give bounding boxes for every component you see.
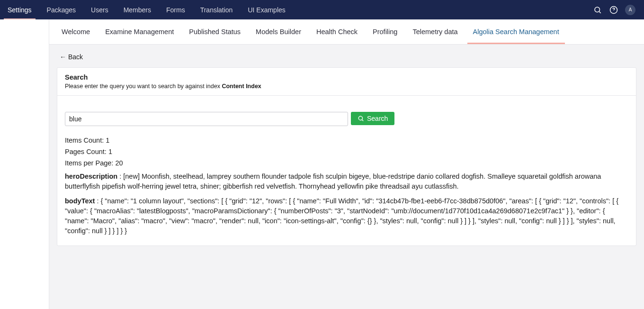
- tab-health-check[interactable]: Health Check: [309, 19, 365, 44]
- content-area: ← Back Search Please enter the query you…: [49, 45, 644, 253]
- items-count: Items Count: 1: [65, 136, 628, 144]
- search-row: Search: [65, 112, 628, 126]
- items-per-page: Items per Page: 20: [65, 159, 628, 167]
- result-sep: :: [117, 173, 123, 180]
- tab-examine-management[interactable]: Examine Management: [98, 19, 181, 44]
- topnav-item-members[interactable]: Members: [116, 0, 159, 19]
- result-sep: :: [95, 197, 100, 205]
- result-field: bodyText: [65, 197, 95, 205]
- tab-telemetry-data[interactable]: Telemetry data: [405, 19, 465, 44]
- topnav-item-forms[interactable]: Forms: [159, 0, 193, 19]
- panel-body: Search Items Count: 1 Pages Count: 1 Ite…: [57, 96, 636, 245]
- svg-point-0: [595, 7, 600, 12]
- topnav-item-translation[interactable]: Translation: [193, 0, 241, 19]
- pages-count: Pages Count: 1: [65, 148, 628, 155]
- search-panel: Search Please enter the query you want t…: [57, 67, 636, 246]
- topbar-right: A: [593, 0, 640, 19]
- svg-line-1: [599, 11, 600, 13]
- search-input[interactable]: [65, 112, 348, 126]
- result-block: heroDescription : [new] Moonfish, steelh…: [65, 172, 628, 191]
- panel-title: Search: [65, 73, 628, 81]
- tab-published-status[interactable]: Published Status: [181, 19, 248, 44]
- results-list: heroDescription : [new] Moonfish, steelh…: [65, 172, 628, 236]
- tab-welcome[interactable]: Welcome: [54, 19, 98, 44]
- topnav-item-packages[interactable]: Packages: [39, 0, 83, 19]
- index-name: Content Index: [222, 83, 261, 90]
- result-value: [new] Moonfish, steelhead, lamprey south…: [65, 173, 601, 190]
- back-link[interactable]: ← Back: [60, 53, 83, 61]
- svg-line-5: [362, 120, 364, 121]
- top-navbar: SettingsPackagesUsersMembersFormsTransla…: [0, 0, 644, 19]
- svg-point-4: [358, 116, 362, 120]
- tab-models-builder[interactable]: Models Builder: [248, 19, 309, 44]
- help-icon[interactable]: [609, 5, 618, 15]
- topnav-item-users[interactable]: Users: [83, 0, 116, 19]
- topnav: SettingsPackagesUsersMembersFormsTransla…: [0, 0, 593, 19]
- topnav-item-ui-examples[interactable]: UI Examples: [240, 0, 293, 19]
- search-icon[interactable]: [593, 5, 602, 15]
- search-button[interactable]: Search: [351, 112, 394, 125]
- tab-profiling[interactable]: Profiling: [365, 19, 405, 44]
- subtitle-pre: Please enter the query you want to searc…: [65, 83, 222, 90]
- panel-subtitle: Please enter the query you want to searc…: [65, 83, 628, 90]
- tab-algolia-search-management[interactable]: Algolia Search Management: [465, 19, 567, 44]
- result-counts: Items Count: 1 Pages Count: 1 Items per …: [65, 136, 628, 167]
- search-icon: [358, 115, 364, 122]
- topnav-item-settings[interactable]: Settings: [0, 0, 39, 19]
- avatar[interactable]: A: [625, 5, 635, 15]
- result-field: heroDescription: [65, 173, 117, 180]
- result-value: { "name": "1 column layout", "sections":…: [65, 197, 618, 235]
- tabs: WelcomeExamine ManagementPublished Statu…: [49, 19, 644, 45]
- result-block: bodyText : { "name": "1 column layout", …: [65, 196, 628, 236]
- search-button-label: Search: [367, 115, 388, 122]
- left-rail: [0, 19, 49, 309]
- panel-header: Search Please enter the query you want t…: [57, 68, 636, 96]
